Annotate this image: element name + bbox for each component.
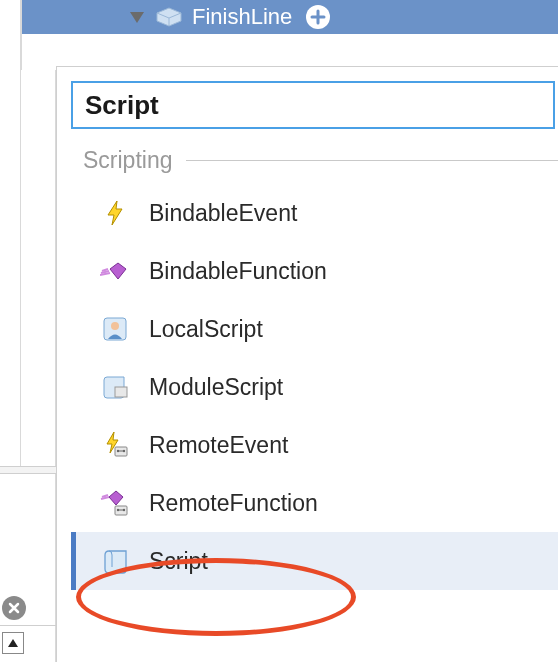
list-item-remotefunction[interactable]: RemoteFunction: [71, 474, 558, 532]
item-label: RemoteFunction: [149, 490, 318, 517]
item-label: ModuleScript: [149, 374, 283, 401]
chevron-down-icon[interactable]: [130, 12, 144, 23]
part-icon: [154, 5, 184, 29]
gutter-divider: [0, 625, 56, 626]
list-item-localscript[interactable]: LocalScript: [71, 300, 558, 358]
tree-row-finishline[interactable]: FinishLine: [22, 0, 558, 34]
list-item-script[interactable]: Script: [71, 532, 558, 590]
divider: [186, 160, 558, 161]
category-header: Scripting: [83, 147, 558, 174]
object-list: BindableEvent BindableFunction LocalScri…: [71, 184, 558, 590]
gutter-line: [20, 0, 21, 470]
panel-splitter[interactable]: [0, 466, 56, 474]
insert-object-panel: Scripting BindableEvent BindableFunction…: [56, 66, 558, 662]
explorer-tree: Baseplate FinishLine: [21, 0, 558, 70]
search-wrap: [71, 81, 558, 129]
module-icon: [99, 371, 131, 403]
svg-rect-2: [115, 387, 127, 397]
list-item-modulescript[interactable]: ModuleScript: [71, 358, 558, 416]
item-label: BindableFunction: [149, 258, 327, 285]
add-child-icon[interactable]: [306, 5, 330, 29]
category-label: Scripting: [83, 147, 172, 174]
explorer-gutter: [0, 0, 56, 662]
tree-label-finishline: FinishLine: [192, 4, 292, 30]
close-icon[interactable]: [2, 596, 26, 620]
gem-link-icon: [99, 487, 131, 519]
collapse-up-icon[interactable]: [2, 632, 24, 654]
svg-point-1: [111, 322, 119, 330]
item-label: LocalScript: [149, 316, 263, 343]
item-label: BindableEvent: [149, 200, 297, 227]
bolt-link-icon: [99, 429, 131, 461]
list-item-bindablefunction[interactable]: BindableFunction: [71, 242, 558, 300]
list-item-remoteevent[interactable]: RemoteEvent: [71, 416, 558, 474]
search-input[interactable]: [71, 81, 555, 129]
bolt-icon: [99, 197, 131, 229]
item-label: RemoteEvent: [149, 432, 288, 459]
list-item-bindableevent[interactable]: BindableEvent: [71, 184, 558, 242]
item-label: Script: [149, 548, 208, 575]
scroll-icon: [99, 545, 131, 577]
person-icon: [99, 313, 131, 345]
gem-icon: [99, 255, 131, 287]
